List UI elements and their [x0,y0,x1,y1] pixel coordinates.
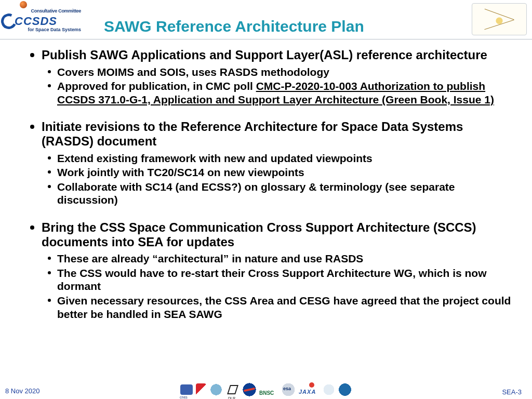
sub-bullet-item: The CSS would have to re-start their Cro… [42,267,516,293]
footer-agency-logos [180,381,352,398]
footer-date: 8 Nov 2020 [5,387,40,395]
logo-bottom-line: for Space Data Systems [19,27,81,32]
bullet-item: Bring the CSS Space Communication Cross … [25,220,516,321]
slide-title: SAWG Reference Architecture Plan [104,18,364,35]
slide: Consultative Committee CCSDS for Space D… [0,0,532,399]
slide-footer: 8 Nov 2020 SEA-3 [0,380,532,399]
logo-orb-icon [20,1,27,8]
jaxa-logo-icon [299,383,320,396]
bullet-text: Initiate revisions to the Reference Arch… [42,119,463,148]
slide-body: Publish SAWG Applications and Support La… [25,48,516,334]
diagram-thumbnail-icon [472,3,527,35]
sub-bullet-item: Extend existing framework with new and u… [42,152,516,165]
esa-logo-icon [281,383,296,396]
sub-bullet-item: These are already “architectural” in nat… [42,252,516,265]
footer-page-number: SEA-3 [502,388,522,396]
dlr-logo-icon [226,383,240,396]
bullet-item: Publish SAWG Applications and Support La… [25,48,516,106]
sub-bullet-item: Given necessary resources, the CSS Area … [42,294,516,321]
sub-bullet-text: These are already “architectural” in nat… [57,252,363,264]
logo-top-line: Consultative Committee [21,8,81,14]
logo-acronym: CCSDS [15,15,57,28]
bullet-text: Publish SAWG Applications and Support La… [42,48,487,62]
asi-logo-icon [196,383,206,396]
roscosmos-logo-icon [323,383,335,396]
sub-bullet-prefix: Approved for publication, in CMC poll [57,80,256,92]
sub-bullet-item: Covers MOIMS and SOIS, uses RASDS method… [42,65,516,79]
slide-header: Consultative Committee CCSDS for Space D… [0,0,532,39]
sub-bullet-text: Given necessary resources, the CSS Area … [57,295,511,320]
sub-bullet-text: Covers MOIMS and SOIS, uses RASDS method… [57,66,329,78]
sub-bullet-text: The CSS would have to re-start their Cro… [57,267,487,292]
nasa-logo-icon [243,383,256,396]
sea-logo-icon [338,383,352,396]
sub-bullet-text: Collaborate with SC14 (and ECSS?) on glo… [57,181,455,206]
bullet-text: Bring the CSS Space Communication Cross … [42,220,476,249]
sub-bullet-text: Work jointly with TC20/SC14 on new viewp… [57,166,304,178]
csa-logo-icon [209,383,223,396]
sub-bullet-item: Work jointly with TC20/SC14 on new viewp… [42,166,516,179]
sub-bullet-item: Approved for publication, in CMC poll CM… [42,79,516,106]
cnes-logo-icon [180,384,193,395]
bnsc-logo-icon [259,383,278,396]
bullet-item: Initiate revisions to the Reference Arch… [25,119,516,207]
sub-bullet-text: Extend existing framework with new and u… [57,152,373,164]
sub-bullet-item: Collaborate with SC14 (and ECSS?) on glo… [42,180,516,207]
